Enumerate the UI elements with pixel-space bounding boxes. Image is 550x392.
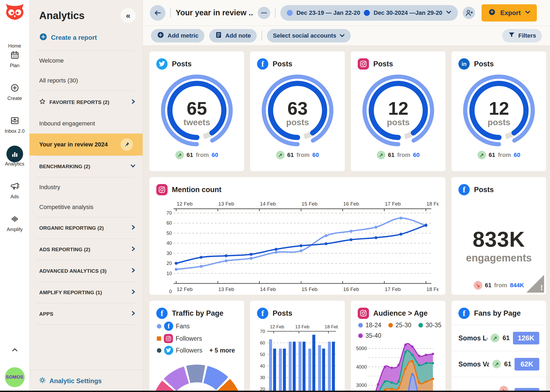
svg-text:20: 20 [167, 261, 172, 266]
twitter-posts-gauge-card: Posts 65 tweets ↗61from60 [149, 51, 244, 171]
rail-item-plan[interactable]: Plan [5, 49, 24, 82]
gauge-chart: 63 posts [256, 70, 339, 151]
sidebar-item-label: All reports (30) [39, 77, 78, 84]
fans-count-badge: 62K [515, 358, 539, 371]
svg-text:13 Feb: 13 Feb [218, 201, 234, 207]
sidebar-section-label: BENCHMARKING (2) [39, 164, 90, 170]
instagram-icon [156, 184, 168, 195]
sidebar-section-benchmarking-2-[interactable]: BENCHMARKING (2) [30, 156, 143, 177]
sidebar-item-welcome[interactable]: Welcome [30, 51, 143, 71]
svg-text:3000: 3000 [356, 383, 367, 388]
legend-label: 25-30 [396, 322, 411, 329]
sidebar-collapse-button[interactable]: « [121, 8, 136, 23]
rail-item-create[interactable]: Create [5, 82, 24, 114]
app-rail: HomePlanCreateInbox 2.0AnalyticsAdsAmpli… [0, 0, 30, 392]
delta-from-value[interactable]: 60 [514, 152, 520, 159]
svg-text:40: 40 [167, 240, 172, 246]
facebook-engagements-card: f Posts 833K engagements ↘61from844K ! [451, 177, 547, 295]
sidebar-section-label: AMPLIFY REPORTING (1) [39, 290, 102, 296]
delta-from-value[interactable]: 60 [413, 152, 419, 159]
delta-from-value[interactable]: 60 [312, 152, 319, 159]
calendar-icon [10, 51, 19, 61]
legend-more-label[interactable]: + 5 more [209, 347, 235, 354]
delta-value: 61 [489, 152, 495, 159]
engagements-value: 833K [451, 227, 546, 252]
rail-item-analytics[interactable]: Analytics [5, 147, 24, 180]
legend-label: 30-35 [426, 322, 442, 329]
sidebar-item-your-year-in-review-2024[interactable]: Your year in review 2024 [30, 134, 143, 156]
equalizer-icon [10, 214, 19, 225]
facebook-icon: f [458, 184, 470, 195]
pin-icon[interactable] [121, 138, 133, 151]
rail-item-ads[interactable]: Ads [5, 180, 24, 213]
sidebar-section-label: ADVANCED ANALYTICS (3) [39, 268, 107, 274]
svg-text:15 Feb: 15 Feb [302, 201, 317, 207]
back-button[interactable] [150, 5, 165, 21]
sidebar-section-label: ADS REPORTING (2) [39, 247, 90, 253]
svg-text:17 Feb: 17 Feb [385, 286, 401, 292]
rail-item-label: Home [8, 43, 21, 49]
fans-table-row[interactable]: ↘ [451, 377, 546, 392]
legend-item[interactable]: 35-40 [358, 332, 381, 339]
filters-label: Filters [518, 32, 536, 39]
legend-item[interactable]: Followers [157, 334, 202, 343]
sidebar-section-organic-reporting-2-[interactable]: ORGANIC REPORTING (2) [30, 217, 143, 239]
svg-text:18 Feb: 18 Feb [325, 324, 338, 329]
hootsuite-logo[interactable] [3, 2, 26, 24]
sidebar-item-all-reports-30-[interactable]: All reports (30) [30, 71, 143, 91]
legend-item[interactable]: Followers [157, 346, 202, 355]
instagram-icon [358, 58, 369, 70]
rail-item-home[interactable]: Home [5, 24, 24, 49]
svg-text:40: 40 [260, 364, 265, 369]
mention-count-card: Mention count 70605040302010012 Feb12 Fe… [149, 177, 446, 295]
avatar[interactable]: SOMOS [5, 367, 25, 387]
card-title: Posts [373, 60, 393, 68]
fans-table-row[interactable]: Somos Vancouver↗6162K [451, 351, 546, 377]
create-report-button[interactable]: Create a report [30, 26, 143, 51]
add-metric-button[interactable]: Add metric [151, 29, 204, 42]
sidebar-item-label: Competitive analysis [39, 204, 93, 211]
svg-text:70: 70 [167, 210, 172, 216]
rail-item-amplify[interactable]: Amplify [5, 213, 24, 246]
delta-from-value[interactable]: 844K [510, 282, 524, 289]
rail-item-inbox-2-0[interactable]: Inbox 2.0 [5, 114, 24, 147]
sidebar-section-ads-reporting-2-[interactable]: ADS REPORTING (2) [30, 239, 143, 260]
sidebar-item-industry[interactable]: Industry [30, 177, 143, 197]
share-user-add-button[interactable] [463, 7, 475, 19]
chevron-down-icon [130, 163, 136, 170]
svg-text:63: 63 [287, 98, 307, 118]
sidebar-section-favorite-reports-2-[interactable]: FAVORITE REPORTS (2) [30, 91, 143, 114]
report-content: Your year in review .. Dec 23-19 — Jan 2… [143, 0, 550, 392]
analytic-settings-button[interactable]: Analytic Settings [30, 370, 143, 392]
sidebar-section-advanced-analytics-3-[interactable]: ADVANCED ANALYTICS (3) [30, 260, 143, 282]
rail-item-label: Analytics [5, 161, 24, 167]
delta-value: 61 [287, 152, 294, 159]
twitter-icon [156, 58, 168, 70]
range-dot [287, 10, 293, 16]
gauge-chart: 12 posts [457, 70, 541, 151]
delta-from-label: from [397, 152, 410, 159]
sidebar-section-amplify-reporting-1-[interactable]: AMPLIFY REPORTING (1) [30, 282, 143, 303]
sidebar-item-inbound-engagement[interactable]: Inbound engagement [30, 114, 143, 134]
select-social-accounts-dropdown[interactable]: Select social accounts [267, 29, 351, 42]
more-options-button[interactable] [258, 7, 270, 19]
sidebar-item-competitive-analysis[interactable]: Competitive analysis [30, 197, 143, 217]
sidebar-section-apps[interactable]: APPS [30, 303, 143, 325]
delta-from-value[interactable]: 60 [212, 152, 218, 159]
chevron-down-icon [446, 10, 451, 15]
add-note-button[interactable]: Add note [209, 29, 257, 42]
legend-item[interactable]: fFans [157, 322, 190, 331]
legend-item[interactable]: 25-30 [388, 322, 411, 329]
legend-item[interactable]: 30-35 [418, 322, 442, 329]
date-range-selector[interactable]: Dec 23-19 — Jan 22-20Dec 30-2024 —Jan 29… [280, 5, 458, 21]
filter-funnel-icon [508, 31, 515, 40]
fans-table-row[interactable]: Somos London↗61126K [451, 325, 546, 351]
rail-item-label: Ads [10, 194, 19, 200]
rail-collapse-chevron-up-icon[interactable] [11, 346, 19, 355]
export-button[interactable]: Export [482, 4, 537, 21]
svg-text:16 Feb: 16 Feb [343, 201, 359, 207]
sidebar-item-label: Industry [39, 184, 60, 191]
legend-item[interactable]: 18-24 [358, 322, 381, 329]
filters-button[interactable]: Filters [502, 29, 542, 42]
engagements-unit: engagements [451, 252, 546, 264]
